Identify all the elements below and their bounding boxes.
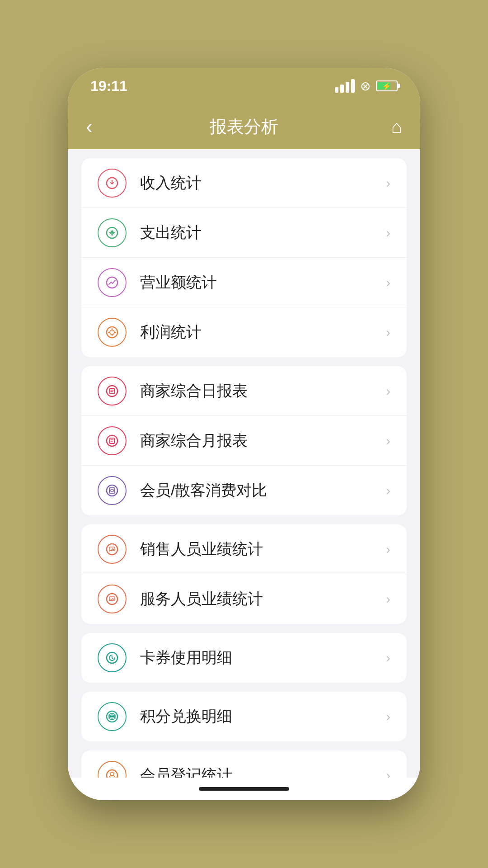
revenue-icon: [98, 268, 127, 297]
expense-icon: [98, 218, 127, 247]
member-compare-icon: [98, 476, 127, 505]
status-time: 19:11: [90, 78, 127, 94]
member-register-label: 会员登记统计: [140, 765, 386, 778]
card-group-1: 收入统计 › 支出统计 ›: [81, 158, 407, 357]
svg-point-22: [107, 770, 117, 778]
card-group-2: 商家综合日报表 › 商家综合月报表 ›: [81, 366, 407, 515]
svg-point-12: [111, 489, 113, 492]
sales-perf-icon: [98, 535, 127, 564]
daily-report-icon: [98, 377, 127, 406]
list-item[interactable]: 服务人员业绩统计 ›: [81, 574, 407, 624]
arrow-icon: ›: [386, 709, 390, 724]
svg-point-5: [110, 330, 114, 335]
card-group-5: 积分兑换明细 ›: [81, 692, 407, 741]
profit-label: 利润统计: [140, 322, 386, 343]
list-item[interactable]: 会员/散客消费对比 ›: [81, 466, 407, 515]
income-icon: [98, 169, 127, 198]
sales-perf-label: 销售人员业绩统计: [140, 539, 386, 560]
list-item[interactable]: 商家综合月报表 ›: [81, 416, 407, 466]
phone-frame: 19:11 ⊗ ⚡ ‹ 报表分析 ⌂: [68, 68, 420, 800]
content-area: 收入统计 › 支出统计 ›: [68, 149, 420, 778]
battery-icon: ⚡: [376, 80, 398, 91]
svg-rect-9: [110, 438, 114, 443]
list-item[interactable]: 会员登记统计 ›: [81, 750, 407, 778]
list-item[interactable]: 卡券使用明细 ›: [81, 633, 407, 683]
signal-icon: [335, 79, 355, 93]
monthly-report-icon: [98, 426, 127, 455]
income-label: 收入统计: [140, 173, 386, 193]
svg-point-6: [107, 386, 117, 396]
service-perf-icon: [98, 585, 127, 613]
wifi-icon: ⊗: [360, 79, 371, 94]
daily-report-label: 商家综合日报表: [140, 381, 386, 401]
svg-point-10: [107, 485, 117, 496]
arrow-icon: ›: [386, 175, 390, 191]
list-item[interactable]: 营业额统计 ›: [81, 258, 407, 307]
home-bar: [199, 787, 289, 791]
status-icons: ⊗ ⚡: [335, 79, 398, 94]
svg-rect-7: [110, 388, 114, 394]
card-detail-label: 卡券使用明细: [140, 647, 386, 668]
service-perf-label: 服务人员业绩统计: [140, 589, 386, 609]
status-bar: 19:11 ⊗ ⚡: [68, 68, 420, 104]
arrow-icon: ›: [386, 542, 390, 557]
revenue-label: 营业额统计: [140, 272, 386, 293]
home-button[interactable]: ⌂: [375, 117, 402, 137]
profit-icon: [98, 318, 127, 347]
list-item[interactable]: 商家综合日报表 ›: [81, 366, 407, 416]
arrow-icon: ›: [386, 650, 390, 665]
card-group-3: 销售人员业绩统计 › 服务人员业绩统计 ›: [81, 524, 407, 624]
list-item[interactable]: 利润统计 ›: [81, 307, 407, 357]
arrow-icon: ›: [386, 275, 390, 290]
list-item[interactable]: 收入统计 ›: [81, 158, 407, 208]
expense-label: 支出统计: [140, 222, 386, 243]
arrow-icon: ›: [386, 433, 390, 448]
card-group-4: 卡券使用明细 ›: [81, 633, 407, 683]
svg-rect-11: [109, 488, 115, 493]
member-register-icon: [98, 761, 127, 778]
back-button[interactable]: ‹: [86, 115, 113, 138]
member-compare-label: 会员/散客消费对比: [140, 480, 386, 501]
monthly-report-label: 商家综合月报表: [140, 430, 386, 451]
points-detail-icon: [98, 702, 127, 731]
list-item[interactable]: 销售人员业绩统计 ›: [81, 524, 407, 574]
list-item[interactable]: 支出统计 ›: [81, 208, 407, 258]
arrow-icon: ›: [386, 325, 390, 340]
points-detail-label: 积分兑换明细: [140, 706, 386, 727]
home-indicator: [68, 778, 420, 800]
card-detail-icon: [98, 643, 127, 672]
arrow-icon: ›: [386, 383, 390, 399]
list-item[interactable]: 积分兑换明细 ›: [81, 692, 407, 741]
nav-bar: ‹ 报表分析 ⌂: [68, 104, 420, 149]
svg-point-8: [107, 435, 117, 446]
arrow-icon: ›: [386, 483, 390, 498]
arrow-icon: ›: [386, 225, 390, 241]
card-group-6: 会员登记统计 › 会员消费统计 ›: [81, 750, 407, 778]
page-title: 报表分析: [210, 115, 278, 138]
arrow-icon: ›: [386, 768, 390, 778]
arrow-icon: ›: [386, 591, 390, 607]
